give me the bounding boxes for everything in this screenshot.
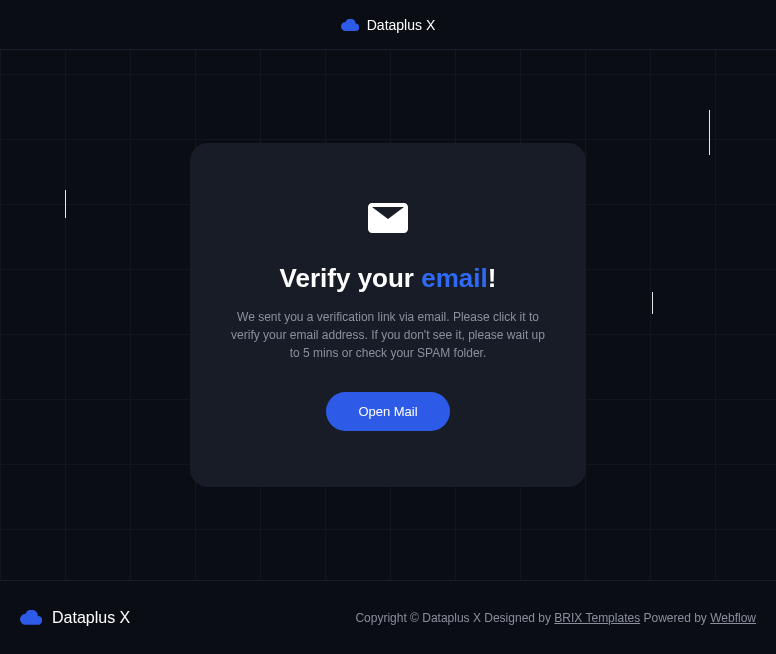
header: Dataplus X bbox=[0, 0, 776, 50]
title-highlight: email bbox=[421, 263, 488, 293]
footer: Dataplus X Copyright © Dataplus X Design… bbox=[0, 580, 776, 654]
envelope-icon bbox=[368, 203, 408, 233]
designed-by-label: Designed by bbox=[484, 611, 554, 625]
title-suffix: ! bbox=[488, 263, 497, 293]
title-prefix: Verify your bbox=[280, 263, 422, 293]
card-description: We sent you a verification link via emai… bbox=[230, 308, 546, 362]
accent-line bbox=[652, 292, 653, 314]
card-title: Verify your email! bbox=[230, 263, 546, 294]
verify-email-card: Verify your email! We sent you a verific… bbox=[190, 143, 586, 487]
copyright-text: Copyright © Dataplus X bbox=[355, 611, 484, 625]
webflow-link[interactable]: Webflow bbox=[710, 611, 756, 625]
cloud-icon bbox=[20, 610, 42, 625]
main-content: Verify your email! We sent you a verific… bbox=[0, 50, 776, 580]
footer-credits: Copyright © Dataplus X Designed by BRIX … bbox=[355, 611, 756, 625]
brix-templates-link[interactable]: BRIX Templates bbox=[554, 611, 640, 625]
open-mail-button[interactable]: Open Mail bbox=[326, 392, 449, 431]
accent-line bbox=[709, 110, 710, 155]
footer-brand-text: Dataplus X bbox=[52, 609, 130, 627]
accent-line bbox=[65, 190, 66, 218]
footer-brand: Dataplus X bbox=[20, 609, 130, 627]
powered-by-label: Powered by bbox=[640, 611, 710, 625]
header-brand-text: Dataplus X bbox=[367, 17, 435, 33]
cloud-icon bbox=[341, 19, 359, 31]
